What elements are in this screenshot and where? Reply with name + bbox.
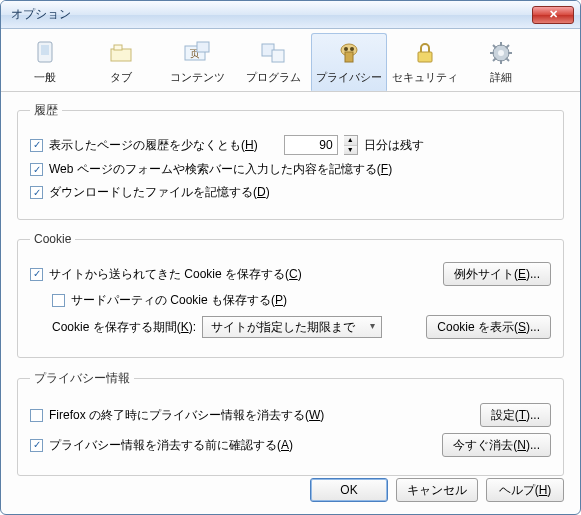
tab-label: 一般 [34,70,56,85]
pane: 履歴 表示したページの履歴を少なくとも(H) ▲▼ 日分は残す Web ページの… [1,92,580,496]
spin-up[interactable]: ▲ [344,136,357,146]
privacy-settings-button[interactable]: 設定(T)... [480,403,551,427]
show-cookies-button[interactable]: Cookie を表示(S)... [426,315,551,339]
privacy-clear-on-close-row: Firefox の終了時にプライバシー情報を消去する(W) 設定(T)... [30,403,551,427]
cookie-thirdparty-row: サードパーティの Cookie も保存する(P) [52,292,551,309]
applications-icon [258,38,288,68]
cookie-legend: Cookie [30,232,75,246]
history-form-row: Web ページのフォームや検索バーに入力した内容を記憶する(F) [30,161,551,178]
dialog-buttons: OK キャンセル ヘルプ(H) [310,478,564,502]
privacy-ask-checkbox[interactable] [30,439,43,452]
help-button[interactable]: ヘルプ(H) [486,478,564,502]
label-text: サードパーティの Cookie も保存する(P) [71,292,287,309]
privacy-group: プライバシー情報 Firefox の終了時にプライバシー情報を消去する(W) 設… [17,370,564,476]
svg-rect-13 [418,52,432,62]
svg-rect-2 [111,49,131,61]
tab-label: コンテンツ [170,70,225,85]
svg-rect-1 [41,45,49,55]
tab-label: プライバシー [316,70,382,85]
tab-privacy[interactable]: プライバシー [311,33,387,91]
history-group: 履歴 表示したページの履歴を少なくとも(H) ▲▼ 日分は残す Web ページの… [17,102,564,220]
tab-security[interactable]: セキュリティ [387,33,463,91]
svg-rect-8 [272,50,284,62]
tab-content[interactable]: 页 コンテンツ [159,33,235,91]
titlebar: オプション ✕ [1,1,580,29]
tab-advanced[interactable]: 詳細 [463,33,539,91]
privacy-ask-row: プライバシー情報を消去する前に確認する(A) 今すぐ消去(N)... [30,433,551,457]
svg-line-21 [506,58,509,61]
close-button[interactable]: ✕ [532,6,574,24]
label-text: サイトから送られてきた Cookie を保存する(C) [49,266,302,283]
label-text: ダウンロードしたファイルを記憶する(D) [49,184,270,201]
history-download-row: ダウンロードしたファイルを記憶する(D) [30,184,551,201]
label-text: Firefox の終了時にプライバシー情報を消去する(W) [49,407,324,424]
cookie-accept-checkbox[interactable] [30,268,43,281]
svg-rect-6 [197,42,209,52]
history-days-checkbox[interactable] [30,139,43,152]
content: 一般 タブ 页 コンテンツ プログラム [1,29,580,496]
tab-label: タブ [110,70,132,85]
svg-point-11 [344,47,348,51]
clear-now-button[interactable]: 今すぐ消去(N)... [442,433,551,457]
category-toolbar: 一般 タブ 页 コンテンツ プログラム [1,29,580,92]
exceptions-button[interactable]: 例外サイト(E)... [443,262,551,286]
window-title: オプション [11,6,71,23]
history-days-spinner[interactable]: ▲▼ [344,135,358,155]
tab-label: 詳細 [490,70,512,85]
cancel-button[interactable]: キャンセル [396,478,478,502]
svg-line-23 [493,58,496,61]
history-legend: 履歴 [30,102,62,119]
tab-general[interactable]: 一般 [7,33,83,91]
svg-point-15 [498,50,504,56]
history-days-input[interactable] [284,135,338,155]
label-text: 日分は残す [364,137,424,154]
history-form-checkbox[interactable] [30,163,43,176]
label-text: Cookie を保存する期間(K): [52,319,196,336]
svg-rect-3 [114,45,122,50]
tabs-icon [106,38,136,68]
cookie-thirdparty-checkbox[interactable] [52,294,65,307]
cookie-keep-select[interactable]: サイトが指定した期限まで [202,316,382,338]
cookie-keep-row: Cookie を保存する期間(K): サイトが指定した期限まで Cookie を… [52,315,551,339]
svg-line-20 [493,45,496,48]
privacy-legend: プライバシー情報 [30,370,134,387]
tab-applications[interactable]: プログラム [235,33,311,91]
tab-tabs[interactable]: タブ [83,33,159,91]
label-text: 表示したページの履歴を少なくとも(H) [49,137,258,154]
label-text: プライバシー情報を消去する前に確認する(A) [49,437,293,454]
svg-line-22 [506,45,509,48]
spin-down[interactable]: ▼ [344,146,357,155]
options-window: オプション ✕ 一般 タブ 页 コンテンツ [0,0,581,515]
history-days-row: 表示したページの履歴を少なくとも(H) ▲▼ 日分は残す [30,135,551,155]
privacy-icon [334,38,364,68]
clear-on-close-checkbox[interactable] [30,409,43,422]
content-icon: 页 [182,38,212,68]
gear-icon [486,38,516,68]
ok-button[interactable]: OK [310,478,388,502]
general-icon [30,38,60,68]
svg-point-12 [350,47,354,51]
lock-icon [410,38,440,68]
svg-rect-10 [345,52,353,62]
history-download-checkbox[interactable] [30,186,43,199]
label-text: Web ページのフォームや検索バーに入力した内容を記憶する(F) [49,161,392,178]
tab-label: プログラム [246,70,301,85]
cookie-accept-row: サイトから送られてきた Cookie を保存する(C) 例外サイト(E)... [30,262,551,286]
cookie-group: Cookie サイトから送られてきた Cookie を保存する(C) 例外サイト… [17,232,564,358]
tab-label: セキュリティ [392,70,458,85]
